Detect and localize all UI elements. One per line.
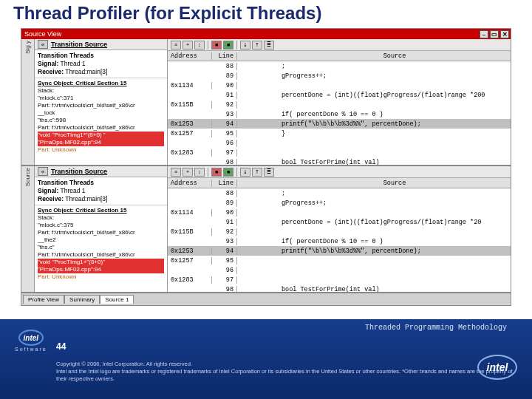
col-address[interactable]: Address [168, 180, 212, 187]
code-row[interactable]: 89gProgress++; [168, 71, 511, 81]
tool-icon[interactable]: ⤒ [252, 168, 262, 177]
code-row[interactable]: 0x115B92 [168, 100, 511, 109]
stack-row[interactable]: __lock [38, 109, 164, 117]
intel-software-label: Software [15, 347, 47, 352]
code-body[interactable]: 88;89gProgress++;0x11349091percentDone =… [168, 61, 511, 165]
close-button[interactable]: ✕ [500, 30, 509, 38]
tool-icon[interactable]: ≣ [264, 168, 274, 177]
vertical-tab-top[interactable]: Sig y [21, 39, 35, 165]
vertical-tab-bottom[interactable]: Source [21, 166, 35, 292]
methodology-text: Threaded Programming Methodology [365, 324, 507, 332]
cell-source: if( percentDone % 10 == 0 ) [279, 238, 511, 245]
code-row[interactable]: 88; [168, 188, 511, 198]
maximize-button[interactable]: ▭ [490, 30, 499, 38]
code-row[interactable]: 88; [168, 61, 511, 71]
copyright-text: Copyright © 2006, Intel Corporation. All… [56, 361, 517, 382]
stack-row[interactable]: "ths.c":598 [38, 117, 164, 124]
code-row[interactable]: 0x125795} [168, 129, 511, 138]
stack-header: Stack: [38, 87, 164, 95]
stack-row[interactable]: Part: f:\rtm\vctools\crt_bld\self_x86\cr [38, 229, 164, 236]
tool-icon[interactable]: ↕ [194, 41, 205, 50]
tab-profile-view[interactable]: Profile View [23, 295, 64, 304]
col-line[interactable]: Line [212, 52, 237, 60]
cell-source: printf("\b\b\b\b%3d%%", percentDone); [279, 248, 511, 255]
source-pane-bottom: ≡ + ↕ ■ ■ ⤓ ⤒ ≣ Address Line S [168, 166, 511, 292]
stack-row[interactable]: Part: f:\rtm\vctools\crt_bld\self_x86\cr [38, 102, 164, 109]
intel-oval-icon: intel [18, 330, 44, 346]
slide-footer: Threaded Programming Methodology intel S… [0, 319, 532, 399]
code-row[interactable]: 0x125394 printf("\b\b\b\b%3d%%", percent… [168, 119, 511, 129]
code-row[interactable]: 93if( percentDone % 10 == 0 ) [168, 109, 511, 119]
cell-address: 0x1114 [168, 209, 212, 216]
code-row[interactable]: 96 [168, 265, 511, 275]
stack-row[interactable]: Part: f:\rtm\vctools\crt_bld\self_x86\cr [38, 124, 164, 132]
code-row[interactable]: 93if( percentDone % 10 == 0 ) [168, 236, 511, 246]
stack-row[interactable]: __the2 [38, 236, 164, 244]
stack-row[interactable]: "ths.c" [38, 244, 164, 251]
stack-row[interactable]: "void "ProcTImg1+"(8+0)" [38, 259, 164, 266]
tool-icon[interactable]: ≡ [171, 168, 181, 177]
signal-label: Signal: [38, 60, 58, 67]
stack-row[interactable]: "Pi=aOps-MF02.cpp":94 [38, 139, 164, 146]
tool-icon[interactable]: ■ [223, 168, 233, 177]
stack-row[interactable]: "void "ProcTImg1*"(8+0) " [38, 132, 164, 139]
tab-source[interactable]: Source 1 [100, 295, 134, 304]
code-row[interactable]: 0x115B92 [168, 227, 511, 236]
back-button[interactable]: « [38, 167, 48, 176]
code-row[interactable]: 0x111490 [168, 208, 511, 217]
code-row[interactable]: 0x128397 [168, 275, 511, 284]
code-row[interactable]: 98bool TestForPrime(int val) [168, 284, 511, 292]
stack-row[interactable]: Part: Unknown [38, 146, 164, 154]
code-row[interactable]: 0x125394 printf("\b\b\b\b%3d%%", percent… [168, 246, 511, 256]
transition-info: Transition Threads Signal: Thread 1 Rece… [35, 50, 167, 78]
transition-pane-top: « Transition Source Transition Threads S… [35, 39, 168, 165]
stack-row[interactable]: Part: f:\rtm\vctools\crt_bld\self_x86\cr [38, 251, 164, 259]
code-row[interactable]: 98bool TestForPrime(int val) [168, 157, 511, 165]
col-source[interactable]: Source [279, 52, 511, 60]
stack-row[interactable]: "Pi=aOps-MF02.cpp":94 [38, 266, 164, 273]
code-row[interactable]: 0x125795 [168, 256, 511, 265]
window-controls: – ▭ ✕ [480, 30, 509, 38]
col-line[interactable]: Line [212, 180, 237, 187]
stack-row[interactable]: Part: Unknown [38, 273, 164, 281]
tool-icon[interactable]: ■ [211, 41, 222, 50]
transition-info: Transition Threads Signal: Thread 1 Rece… [35, 177, 167, 205]
tool-icon[interactable]: + [183, 41, 193, 50]
code-row[interactable]: 91percentDone = (int)((float)gProgress/(… [168, 217, 511, 227]
tool-icon[interactable]: ⤒ [252, 41, 262, 50]
stack-row[interactable]: "mlock.c":375 [38, 222, 164, 229]
col-address[interactable]: Address [168, 52, 212, 60]
window-title: Source View [24, 30, 61, 38]
tool-icon[interactable]: + [183, 168, 193, 177]
cell-line: 95 [212, 257, 237, 265]
bottom-tabs: Profile View Summary Source 1 [23, 295, 134, 304]
col-source[interactable]: Source [279, 180, 511, 187]
transition-title: Transition Source [51, 168, 107, 175]
cell-address: 0x1257 [168, 130, 212, 137]
back-button[interactable]: « [38, 40, 48, 49]
stack-row[interactable]: "mlock.c":371 [38, 95, 164, 102]
transition-header: « Transition Source [35, 39, 167, 50]
code-row[interactable]: 96 [168, 138, 511, 148]
code-columns: Address Line Source [168, 178, 511, 188]
minimize-button[interactable]: – [480, 30, 488, 38]
tool-icon[interactable]: ≡ [171, 41, 181, 50]
tool-icon[interactable]: ■ [211, 168, 222, 177]
code-row[interactable]: 89gProgress++; [168, 198, 511, 208]
cell-address: 0x115B [168, 228, 212, 236]
tool-icon[interactable]: ↕ [194, 168, 205, 177]
window-title-bar: Source View – ▭ ✕ [21, 29, 511, 39]
signal-label: Signal: [38, 187, 58, 194]
code-row[interactable]: 0x128397 [168, 148, 511, 157]
code-row[interactable]: 0x113490 [168, 81, 511, 90]
tool-icon[interactable]: ■ [223, 41, 233, 50]
tool-icon[interactable]: ⤓ [240, 168, 250, 177]
transition-pane-bottom: « Transition Source Transition Threads S… [35, 166, 168, 292]
tool-icon[interactable]: ≣ [264, 41, 274, 50]
code-row[interactable]: 91percentDone = (int)((float)gProgress/(… [168, 90, 511, 100]
tool-icon[interactable]: ⤓ [240, 41, 250, 50]
tab-summary[interactable]: Summary [64, 295, 100, 304]
code-body[interactable]: 88;89gProgress++;0x11149091percentDone =… [168, 188, 511, 292]
stack-header: Stack: [38, 214, 164, 222]
signal-value: Thread 1 [61, 187, 86, 194]
